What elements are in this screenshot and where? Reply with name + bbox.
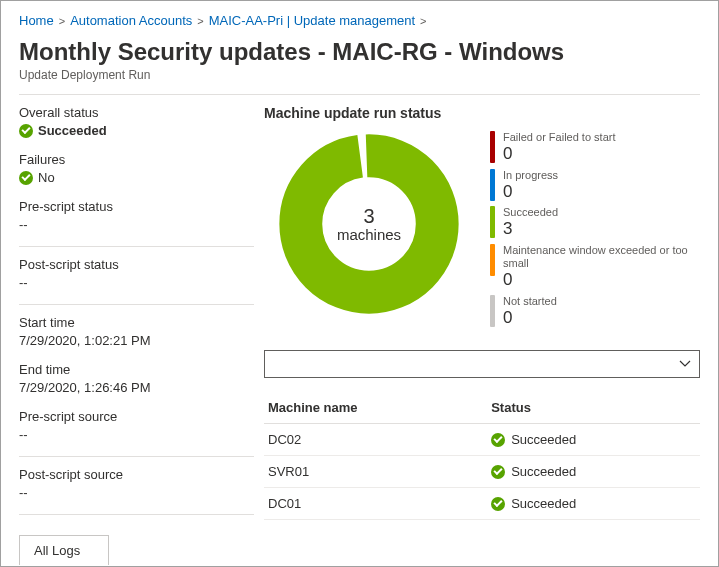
legend-label: Succeeded — [503, 206, 558, 219]
machines-table: Machine name Status DC02 Succeeded SVR01… — [264, 392, 700, 520]
machine-status-cell: Succeeded — [511, 496, 576, 511]
legend-color-bar — [490, 295, 495, 327]
legend-label: Failed or Failed to start — [503, 131, 616, 144]
chevron-right-icon: > — [196, 15, 204, 27]
pre-script-status-label: Pre-script status — [19, 199, 254, 214]
breadcrumb-update-management[interactable]: MAIC-AA-Pri | Update management — [209, 13, 415, 28]
table-row[interactable]: DC01 Succeeded — [264, 488, 700, 520]
filter-dropdown[interactable] — [264, 350, 700, 378]
machine-name-cell: DC01 — [264, 488, 487, 520]
pre-script-source-label: Pre-script source — [19, 409, 254, 424]
run-status-panel: Machine update run status 3 machines — [264, 105, 700, 565]
page-subtitle: Update Deployment Run — [19, 68, 700, 82]
success-icon — [491, 497, 505, 511]
breadcrumb: Home > Automation Accounts > MAIC-AA-Pri… — [19, 13, 700, 28]
table-row[interactable]: SVR01 Succeeded — [264, 456, 700, 488]
chevron-down-icon — [679, 358, 691, 370]
breadcrumb-automation-accounts[interactable]: Automation Accounts — [70, 13, 192, 28]
donut-count: 3 — [363, 206, 374, 226]
pre-script-source-value: -- — [19, 427, 254, 442]
page-title: Monthly Security updates - MAIC-RG - Win… — [19, 38, 700, 66]
divider — [19, 514, 254, 515]
legend-item-maintenance: Maintenance window exceeded or too small… — [490, 244, 700, 291]
divider — [19, 304, 254, 305]
divider — [19, 456, 254, 457]
machine-name-cell: DC02 — [264, 424, 487, 456]
success-icon — [19, 124, 33, 138]
tab-all-logs[interactable]: All Logs — [19, 535, 109, 565]
divider — [19, 94, 700, 95]
overall-status-value: Succeeded — [38, 123, 107, 138]
end-time-value: 7/29/2020, 1:26:46 PM — [19, 380, 254, 395]
post-script-source-value: -- — [19, 485, 254, 500]
chevron-right-icon: > — [419, 15, 427, 27]
failures-label: Failures — [19, 152, 254, 167]
chevron-right-icon: > — [58, 15, 66, 27]
start-time-value: 7/29/2020, 1:02:21 PM — [19, 333, 254, 348]
legend-value: 3 — [503, 219, 558, 239]
machine-status-cell: Succeeded — [511, 432, 576, 447]
legend-item-failed: Failed or Failed to start 0 — [490, 131, 700, 165]
col-status[interactable]: Status — [487, 392, 700, 424]
failures-value: No — [38, 170, 55, 185]
legend-color-bar — [490, 244, 495, 276]
legend-value: 0 — [503, 182, 558, 202]
legend-label: In progress — [503, 169, 558, 182]
donut-label: machines — [337, 226, 401, 243]
legend-color-bar — [490, 131, 495, 163]
breadcrumb-home[interactable]: Home — [19, 13, 54, 28]
table-row[interactable]: DC02 Succeeded — [264, 424, 700, 456]
end-time-label: End time — [19, 362, 254, 377]
post-script-status-value: -- — [19, 275, 254, 290]
run-status-heading: Machine update run status — [264, 105, 700, 121]
legend-value: 0 — [503, 144, 616, 164]
legend-value: 0 — [503, 270, 700, 290]
start-time-label: Start time — [19, 315, 254, 330]
col-machine-name[interactable]: Machine name — [264, 392, 487, 424]
legend-value: 0 — [503, 308, 557, 328]
pre-script-status-value: -- — [19, 217, 254, 232]
legend-label: Not started — [503, 295, 557, 308]
success-icon — [491, 465, 505, 479]
legend-item-inprogress: In progress 0 — [490, 169, 700, 203]
machine-status-cell: Succeeded — [511, 464, 576, 479]
post-script-source-label: Post-script source — [19, 467, 254, 482]
machine-name-cell: SVR01 — [264, 456, 487, 488]
overall-status-label: Overall status — [19, 105, 254, 120]
donut-chart: 3 machines — [279, 134, 459, 314]
legend-color-bar — [490, 206, 495, 238]
legend-item-notstarted: Not started 0 — [490, 295, 700, 329]
post-script-status-label: Post-script status — [19, 257, 254, 272]
legend-item-succeeded: Succeeded 3 — [490, 206, 700, 240]
success-icon — [19, 171, 33, 185]
success-icon — [491, 433, 505, 447]
legend-label: Maintenance window exceeded or too small — [503, 244, 700, 270]
legend-color-bar — [490, 169, 495, 201]
status-legend: Failed or Failed to start 0 In progress … — [490, 129, 700, 328]
divider — [19, 246, 254, 247]
summary-panel: Overall status Succeeded Failures No Pre… — [19, 105, 264, 565]
